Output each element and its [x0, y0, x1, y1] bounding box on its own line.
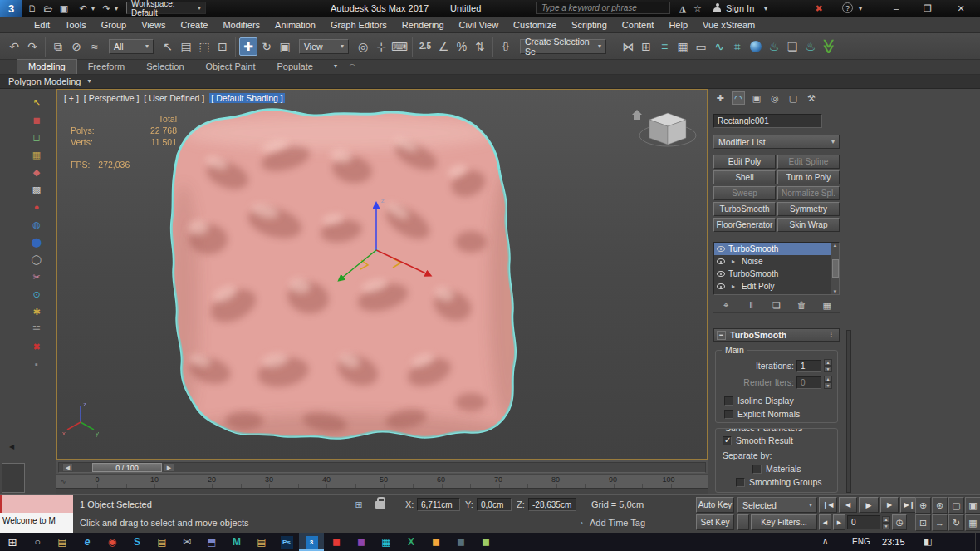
schematic-view-icon[interactable] [728, 37, 747, 56]
menu-customize[interactable]: Customize [506, 17, 564, 33]
edit-poly-button[interactable]: Edit Poly [713, 155, 776, 169]
menu-help[interactable]: Help [661, 17, 695, 33]
motion-tab-icon[interactable] [768, 91, 782, 105]
viewport-layout-tab[interactable] [2, 463, 25, 493]
symmetry-button[interactable]: Symmetry [777, 202, 840, 216]
next-frame-arrow[interactable]: ▶ [164, 463, 174, 472]
communication-center-icon[interactable] [676, 2, 689, 15]
app-icon[interactable]: ◼ [349, 533, 374, 551]
select-and-move-icon[interactable] [239, 37, 257, 56]
viewport-menu-general[interactable]: [ + ] [64, 93, 79, 103]
folder-icon[interactable]: ▤ [149, 533, 174, 551]
snaps-toggle-icon[interactable]: 2.5 [416, 37, 434, 56]
stack-item-turbosmooth[interactable]: TurboSmooth [714, 243, 831, 255]
render-iters-field[interactable]: 0 [796, 376, 821, 389]
auto-key-button[interactable]: Auto Key [696, 497, 734, 513]
modeling-tool-icon[interactable] [30, 357, 43, 371]
open-file-icon[interactable] [42, 2, 55, 15]
edit-spline-button[interactable]: Edit Spline [777, 155, 840, 169]
shell-button[interactable]: Shell [713, 170, 776, 184]
layout-collapse-arrow-icon[interactable] [7, 442, 17, 452]
modeling-tool-icon[interactable] [30, 218, 43, 231]
scene-explorer-icon[interactable] [674, 37, 692, 56]
smooth-result-checkbox[interactable] [723, 436, 732, 445]
previous-frame-arrow[interactable]: ◀ [62, 463, 73, 472]
ribbon-config-icon[interactable] [347, 61, 357, 71]
go-to-start-button[interactable]: ❙◀ [819, 497, 837, 513]
app-icon[interactable]: ◼ [448, 533, 473, 551]
menu-vue-xstream[interactable]: Vue xStream [695, 17, 762, 33]
turbosmooth-rollout-header[interactable]: − TurboSmooth [713, 328, 840, 342]
spinner-snap-icon[interactable] [471, 37, 489, 56]
mini-curve-editor-button[interactable] [58, 477, 68, 487]
next-frame-button[interactable]: ▶ [880, 497, 899, 513]
zoom-icon[interactable]: ⊕ [915, 497, 931, 514]
app-icon[interactable]: ◼ [473, 533, 498, 551]
help-icon[interactable]: ? [842, 2, 853, 13]
scroll-thumb[interactable] [832, 259, 839, 278]
show-end-result-icon[interactable] [745, 299, 758, 312]
angle-snap-icon[interactable] [434, 37, 453, 56]
redo-scene-icon[interactable] [23, 37, 42, 56]
zoom-extents-all-icon[interactable]: ▣ [965, 497, 980, 514]
selection-filter-dropdown[interactable]: All [109, 39, 154, 54]
ribbon-tab-object-paint[interactable]: Object Paint [195, 60, 267, 74]
percent-snap-icon[interactable] [453, 37, 471, 56]
scene-mesh[interactable] [167, 110, 526, 457]
menu-content[interactable]: Content [615, 17, 662, 33]
ribbon-minimize-icon[interactable] [331, 61, 341, 71]
visibility-eye-icon[interactable] [717, 271, 725, 277]
app-icon[interactable]: ▦ [374, 533, 399, 551]
key-forward-button[interactable]: ▶ [833, 514, 845, 530]
mail-icon[interactable]: ✉ [174, 533, 199, 551]
render-production-icon[interactable] [801, 37, 820, 56]
menu-graph-editors[interactable]: Graph Editors [323, 17, 394, 33]
turn-to-poly-button[interactable]: Turn to Poly [777, 170, 840, 184]
workspace-selector[interactable]: Workspace: Default [126, 2, 206, 14]
chrome-icon[interactable]: ◉ [100, 533, 125, 551]
time-slider-track[interactable]: ◀ 0 / 100 ▶ [58, 462, 706, 473]
new-scene-icon[interactable] [26, 2, 39, 15]
window-crossing-icon[interactable] [213, 37, 232, 56]
named-selection-set-combo[interactable]: Create Selection Se [520, 39, 606, 54]
menu-create[interactable]: Create [173, 17, 215, 33]
3dsmax-taskbar-icon[interactable]: 3 [299, 533, 324, 551]
maxscript-mini-listener[interactable]: Welcome to M [0, 513, 73, 533]
app-logo-icon[interactable]: 3 [0, 0, 22, 17]
photoshop-icon[interactable]: Ps [274, 533, 299, 551]
menu-views[interactable]: Views [134, 17, 173, 33]
select-and-rotate-icon[interactable] [257, 37, 276, 56]
maximize-viewport-icon[interactable]: ▦ [965, 514, 980, 531]
perspective-viewport[interactable]: z z x y [ + ][ Perspec [56, 89, 708, 460]
menu-animation[interactable]: Animation [267, 17, 323, 33]
align-icon[interactable] [637, 37, 655, 56]
set-key-button[interactable]: Set Key [696, 514, 734, 530]
iterations-spinner[interactable]: ▲▼ [824, 359, 832, 372]
modeling-tool-icon[interactable] [30, 183, 43, 196]
scroll-up-icon[interactable]: ▲ [833, 243, 838, 248]
menu-civil-view[interactable]: Civil View [452, 17, 506, 33]
action-center-icon[interactable]: ◧ [924, 536, 932, 547]
modifier-list-dropdown[interactable]: Modifier List [713, 135, 840, 149]
maxscript-mini-listener-macro[interactable] [0, 495, 73, 513]
viewcube-home-icon[interactable] [632, 110, 642, 120]
reference-coordinate-dropdown[interactable]: View [299, 39, 349, 54]
play-button[interactable]: ▶ [859, 497, 879, 513]
key-back-button[interactable]: ◀ [819, 514, 831, 530]
start-button[interactable]: ⊞ [0, 533, 25, 551]
render-iters-spinner[interactable]: ▲▼ [824, 376, 832, 389]
favorites-icon[interactable] [691, 2, 704, 15]
modeling-tool-icon[interactable] [30, 235, 43, 248]
file-explorer-icon[interactable]: ▤ [50, 533, 75, 551]
create-tab-icon[interactable] [713, 91, 727, 105]
menu-scripting[interactable]: Scripting [564, 17, 615, 33]
rendered-frame-window-icon[interactable] [783, 37, 801, 56]
excel-icon[interactable]: X [399, 533, 424, 551]
zoom-all-icon[interactable]: ⊛ [932, 497, 948, 514]
key-mode-dropdown[interactable]: Selected [737, 497, 817, 513]
material-editor-icon[interactable] [747, 37, 765, 56]
modeling-tool-icon[interactable] [30, 305, 43, 318]
add-time-tag[interactable]: Add Time Tag [590, 518, 645, 528]
panel-scrollbar[interactable] [846, 330, 851, 493]
display-tab-icon[interactable] [786, 91, 800, 105]
